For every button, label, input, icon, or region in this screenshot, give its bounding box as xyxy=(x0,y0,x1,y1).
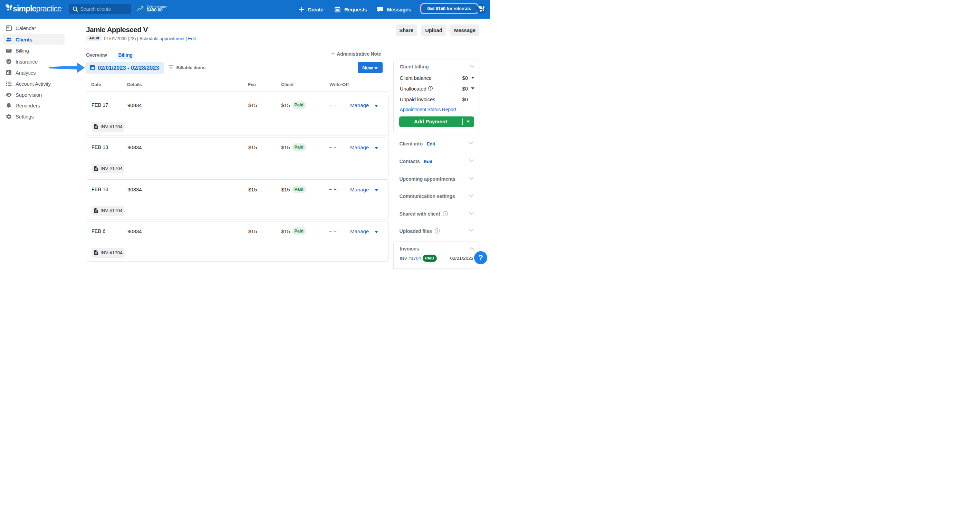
svg-text:?: ? xyxy=(444,212,447,216)
svg-text:?: ? xyxy=(430,87,431,90)
svg-text:?: ? xyxy=(436,229,438,233)
